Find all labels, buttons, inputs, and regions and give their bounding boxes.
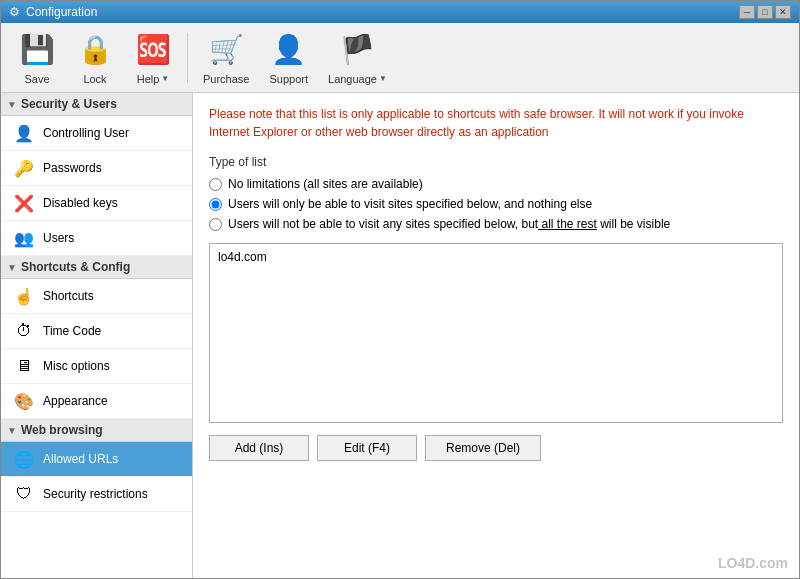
shortcuts-config-label: Shortcuts & Config bbox=[21, 260, 130, 274]
action-buttons: Add (Ins) Edit (F4) Remove (Del) bbox=[209, 435, 783, 461]
main-window: ⚙ Configuration ─ □ ✕ 💾 Save 🔒 Lock 🆘 He… bbox=[0, 0, 800, 579]
sidebar-item-time-code[interactable]: ⏱ Time Code bbox=[1, 314, 192, 349]
title-bar-left: ⚙ Configuration bbox=[9, 5, 97, 19]
language-dropdown-arrow: ▼ bbox=[379, 74, 387, 83]
language-label: Language bbox=[328, 73, 377, 85]
purchase-button[interactable]: 🛒 Purchase bbox=[194, 26, 258, 90]
window-icon: ⚙ bbox=[9, 5, 20, 19]
shortcuts-label: Shortcuts bbox=[43, 289, 94, 303]
sidebar-section-web-browsing[interactable]: ▼ Web browsing bbox=[1, 419, 192, 442]
add-button[interactable]: Add (Ins) bbox=[209, 435, 309, 461]
help-label: Help bbox=[137, 73, 160, 85]
radio-only-specified[interactable]: Users will only be able to visit sites s… bbox=[209, 197, 783, 211]
radio-not-specified-input[interactable] bbox=[209, 218, 222, 231]
appearance-label: Appearance bbox=[43, 394, 108, 408]
sidebar-item-allowed-urls[interactable]: 🌐 Allowed URLs bbox=[1, 442, 192, 477]
disabled-keys-label: Disabled keys bbox=[43, 196, 118, 210]
support-icon: 👤 bbox=[270, 31, 308, 69]
time-code-label: Time Code bbox=[43, 324, 101, 338]
sidebar-item-security-restrictions[interactable]: 🛡 Security restrictions bbox=[1, 477, 192, 512]
time-code-icon: ⏱ bbox=[13, 320, 35, 342]
radio-no-limitations[interactable]: No limitations (all sites are available) bbox=[209, 177, 783, 191]
toolbar-separator bbox=[187, 33, 188, 83]
appearance-icon: 🎨 bbox=[13, 390, 35, 412]
radio-no-limitations-label: No limitations (all sites are available) bbox=[228, 177, 423, 191]
passwords-icon: 🔑 bbox=[13, 157, 35, 179]
radio-group: No limitations (all sites are available)… bbox=[209, 177, 783, 231]
support-button[interactable]: 👤 Support bbox=[260, 26, 317, 90]
remove-button[interactable]: Remove (Del) bbox=[425, 435, 541, 461]
radio-not-specified[interactable]: Users will not be able to visit any site… bbox=[209, 217, 783, 231]
disabled-keys-icon: ❌ bbox=[13, 192, 35, 214]
help-button[interactable]: 🆘 Help ▼ bbox=[125, 26, 181, 90]
sidebar-item-misc-options[interactable]: 🖥 Misc options bbox=[1, 349, 192, 384]
close-button[interactable]: ✕ bbox=[775, 5, 791, 19]
radio-no-limitations-input[interactable] bbox=[209, 178, 222, 191]
allowed-urls-icon: 🌐 bbox=[13, 448, 35, 470]
security-users-label: Security & Users bbox=[21, 97, 117, 111]
misc-options-label: Misc options bbox=[43, 359, 110, 373]
users-label: Users bbox=[43, 231, 74, 245]
shortcuts-icon: ☝ bbox=[13, 285, 35, 307]
maximize-button[interactable]: □ bbox=[757, 5, 773, 19]
sidebar-section-security-users[interactable]: ▼ Security & Users bbox=[1, 93, 192, 116]
shortcuts-config-arrow: ▼ bbox=[7, 262, 17, 273]
sidebar-item-disabled-keys[interactable]: ❌ Disabled keys bbox=[1, 186, 192, 221]
type-of-list-label: Type of list bbox=[209, 155, 783, 169]
sidebar: ▼ Security & Users 👤 Controlling User 🔑 … bbox=[1, 93, 193, 578]
language-icon: 🏴 bbox=[338, 31, 376, 69]
toolbar: 💾 Save 🔒 Lock 🆘 Help ▼ 🛒 Purchase 👤 Supp… bbox=[1, 23, 799, 93]
sidebar-item-controlling-user[interactable]: 👤 Controlling User bbox=[1, 116, 192, 151]
controlling-user-label: Controlling User bbox=[43, 126, 129, 140]
radio-only-specified-label: Users will only be able to visit sites s… bbox=[228, 197, 592, 211]
lock-button[interactable]: 🔒 Lock bbox=[67, 26, 123, 90]
allowed-urls-label: Allowed URLs bbox=[43, 452, 118, 466]
help-icon: 🆘 bbox=[134, 31, 172, 69]
passwords-label: Passwords bbox=[43, 161, 102, 175]
web-browsing-label: Web browsing bbox=[21, 423, 103, 437]
notice-text: Please note that this list is only appli… bbox=[209, 105, 783, 141]
url-list-box[interactable]: lo4d.com bbox=[209, 243, 783, 423]
lock-label: Lock bbox=[83, 73, 106, 85]
sidebar-section-shortcuts-config[interactable]: ▼ Shortcuts & Config bbox=[1, 256, 192, 279]
purchase-icon: 🛒 bbox=[207, 31, 245, 69]
security-restrictions-label: Security restrictions bbox=[43, 487, 148, 501]
save-label: Save bbox=[24, 73, 49, 85]
sidebar-item-appearance[interactable]: 🎨 Appearance bbox=[1, 384, 192, 419]
list-item: lo4d.com bbox=[214, 248, 778, 266]
security-restrictions-icon: 🛡 bbox=[13, 483, 35, 505]
misc-options-icon: 🖥 bbox=[13, 355, 35, 377]
title-bar-controls: ─ □ ✕ bbox=[739, 5, 791, 19]
radio-only-specified-input[interactable] bbox=[209, 198, 222, 211]
lock-icon: 🔒 bbox=[76, 31, 114, 69]
minimize-button[interactable]: ─ bbox=[739, 5, 755, 19]
support-label: Support bbox=[269, 73, 308, 85]
users-icon: 👥 bbox=[13, 227, 35, 249]
title-bar: ⚙ Configuration ─ □ ✕ bbox=[1, 1, 799, 23]
controlling-user-icon: 👤 bbox=[13, 122, 35, 144]
sidebar-item-passwords[interactable]: 🔑 Passwords bbox=[1, 151, 192, 186]
save-button[interactable]: 💾 Save bbox=[9, 26, 65, 90]
sidebar-item-shortcuts[interactable]: ☝ Shortcuts bbox=[1, 279, 192, 314]
sidebar-item-users[interactable]: 👥 Users bbox=[1, 221, 192, 256]
content-area: Please note that this list is only appli… bbox=[193, 93, 799, 578]
save-icon: 💾 bbox=[18, 31, 56, 69]
main-content: ▼ Security & Users 👤 Controlling User 🔑 … bbox=[1, 93, 799, 578]
security-users-arrow: ▼ bbox=[7, 99, 17, 110]
help-dropdown-arrow: ▼ bbox=[161, 74, 169, 83]
web-browsing-arrow: ▼ bbox=[7, 425, 17, 436]
window-title: Configuration bbox=[26, 5, 97, 19]
edit-button[interactable]: Edit (F4) bbox=[317, 435, 417, 461]
purchase-label: Purchase bbox=[203, 73, 249, 85]
radio-not-specified-label: Users will not be able to visit any site… bbox=[228, 217, 670, 231]
language-button[interactable]: 🏴 Language ▼ bbox=[319, 26, 396, 90]
